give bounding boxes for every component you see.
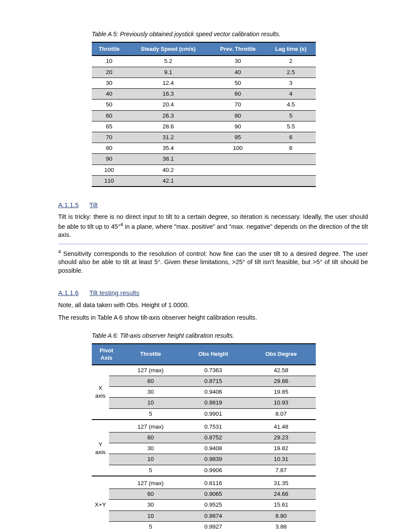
table-cell: 2.5	[266, 67, 316, 78]
table2-h3: Obs Degree	[246, 344, 316, 365]
footnote-4-text: Sensitivity corresponds to the resolutio…	[58, 250, 368, 274]
table-row: 600.871529.66	[92, 376, 316, 386]
table-cell: 0.9927	[180, 521, 246, 532]
table-cell: 4	[266, 89, 316, 100]
table-cell: 3.88	[246, 521, 316, 532]
table-row: 9038.1	[92, 154, 316, 165]
table-cell: 95	[210, 132, 266, 143]
table-cell	[109, 376, 121, 386]
table-cell: 7.87	[246, 465, 316, 476]
table-cell	[109, 454, 121, 465]
table-cell: 0.8116	[180, 478, 246, 489]
table-row: X axis127 (max)0.736342.58	[92, 365, 316, 376]
table-cell: 5.5	[266, 121, 316, 132]
table-cell: 6	[266, 143, 316, 154]
tilt-results-p2: The results in Table A 6 show tilt-axis …	[58, 314, 368, 322]
table-cell: 10	[92, 56, 127, 67]
table-cell	[109, 422, 121, 432]
table-cell: 127 (max)	[121, 478, 180, 489]
table-cell	[109, 500, 121, 510]
table-cell: 10	[121, 510, 180, 521]
section-tilt-results-num: A.1.1.6	[58, 289, 79, 296]
tilt-para-1: Tilt is tricky: there is no direct input…	[58, 213, 368, 240]
table-cell: 16.3	[127, 89, 210, 100]
table-cell: 127 (max)	[121, 422, 180, 432]
table-cell	[210, 154, 266, 165]
table-cell: 42.58	[246, 365, 316, 376]
table-cell: 3	[266, 78, 316, 88]
table-cell: 0.9901	[180, 408, 246, 420]
table-cell: 0.9819	[180, 398, 246, 408]
table-cell	[109, 510, 121, 521]
table-row: 600.906524.66	[92, 489, 316, 500]
table-row: 50.99067.87	[92, 465, 316, 476]
table-cell: 38.1	[127, 154, 210, 165]
table-row: 300.940819.82	[92, 443, 316, 454]
table-cell: 5	[266, 110, 316, 121]
table2-h2: Obs Height	[180, 344, 246, 365]
table-row: 6528.6905.5	[92, 121, 316, 132]
table-cell: 0.7363	[180, 365, 246, 376]
table-row: 8035.41006	[92, 143, 316, 154]
section-tilt-results-label: Tilt testing results	[89, 289, 139, 296]
table-row: X+Y127 (max)0.811631.35	[92, 478, 316, 489]
table-row: Y axis127 (max)0.753141.48	[92, 422, 316, 432]
table-cell	[109, 387, 121, 398]
table-cell	[109, 408, 121, 420]
table-cell	[109, 432, 121, 443]
table-row: 6026.3805	[92, 110, 316, 121]
table1: Throttle Steady Speed (cm/s) Prev. Throt…	[92, 42, 316, 187]
table-cell: 30	[121, 387, 180, 398]
axis-cell: X+Y	[92, 478, 109, 532]
table-cell: 90	[92, 154, 127, 165]
table-cell	[109, 489, 121, 500]
table-cell: 0.8752	[180, 432, 246, 443]
table1-h1: Steady Speed (cm/s)	[127, 42, 210, 56]
table-cell: 29.23	[246, 432, 316, 443]
table-cell: 2	[266, 56, 316, 67]
table2: Pivot Axis Throttle Obs Height Obs Degre…	[92, 343, 316, 532]
table-cell: 31.35	[246, 478, 316, 489]
table-cell: 70	[210, 100, 266, 110]
table1-caption: Table A 5: Previously obtained joystick …	[92, 30, 368, 38]
table-cell: 60	[121, 376, 180, 386]
section-tilt-label: Tilt	[89, 201, 97, 208]
table-cell: 15.61	[246, 500, 316, 510]
section-tilt-results-heading: A.1.1.6 Tilt testing results	[58, 289, 368, 297]
table-cell: 30	[121, 500, 180, 510]
table-row: 105.2302	[92, 56, 316, 67]
table-row: 100.981910.93	[92, 398, 316, 408]
table-cell: 50	[92, 100, 127, 110]
table-cell	[266, 165, 316, 175]
table-row: 4016.3604	[92, 89, 316, 100]
table-cell: 40	[210, 67, 266, 78]
table-row: 5020.4704.5	[92, 100, 316, 110]
section-tilt-num: A.1.1.5	[58, 201, 79, 208]
table-cell: 80	[210, 110, 266, 121]
table-cell: 70	[92, 132, 127, 143]
table-cell: 12.4	[127, 78, 210, 88]
table-cell: 9.1	[127, 67, 210, 78]
table2-h1: Throttle	[121, 344, 180, 365]
table-cell: 0.8715	[180, 376, 246, 386]
table-cell	[210, 165, 266, 175]
table-cell: 100	[210, 143, 266, 154]
table-cell: 10.93	[246, 398, 316, 408]
table-row: 50.99018.07	[92, 408, 316, 420]
table-cell: 20.4	[127, 100, 210, 110]
table-cell: 60	[92, 110, 127, 121]
table-row: 300.940619.85	[92, 387, 316, 398]
table-row: 10040.2	[92, 165, 316, 175]
table-cell: 41.48	[246, 422, 316, 432]
table-cell: 5.2	[127, 56, 210, 67]
table-row: 600.875229.23	[92, 432, 316, 443]
table-cell: 19.82	[246, 443, 316, 454]
table-row: 50.99273.88	[92, 521, 316, 532]
table-cell: 0.9525	[180, 500, 246, 510]
axis-cell: X axis	[92, 365, 109, 420]
table-cell: 100	[92, 165, 127, 175]
table-cell: 10.31	[246, 454, 316, 465]
table-cell: 31.2	[127, 132, 210, 143]
table-cell: 0.9874	[180, 510, 246, 521]
table-row: 300.952515.61	[92, 500, 316, 510]
